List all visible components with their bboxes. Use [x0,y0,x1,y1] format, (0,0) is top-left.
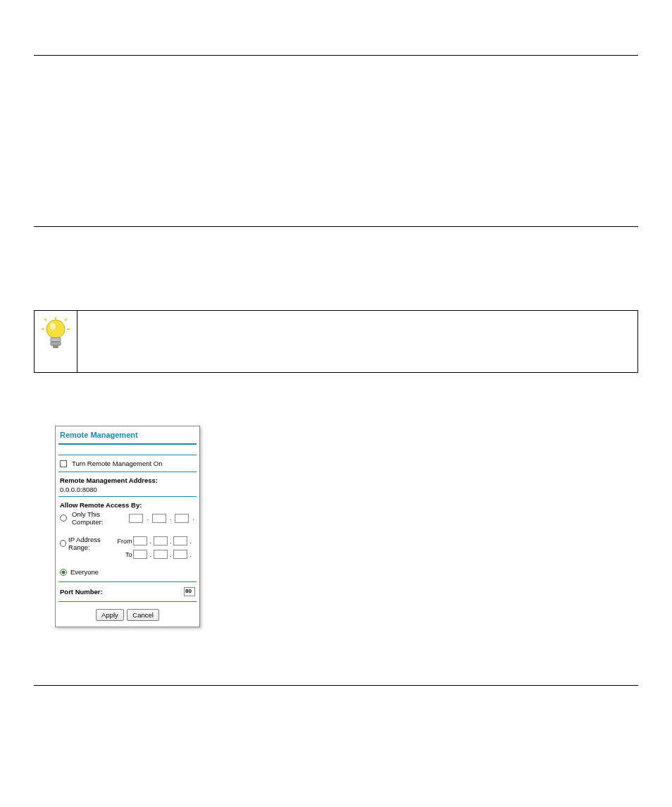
ip-range-label: IP Address Range: [68,536,117,551]
svg-point-1 [50,323,56,330]
upper-content-block [34,56,638,218]
turn-on-label: Turn Remote Management On [72,460,163,467]
port-number-input[interactable]: 80 [184,587,195,596]
button-row: Apply Cancel [56,603,199,627]
panel-title: Remote Management [56,426,199,442]
svg-line-6 [65,319,67,321]
svg-line-5 [44,319,46,321]
tip-body: Be sure to change the router's default c… [85,317,623,355]
only-this-computer-label: Only This Computer: [72,510,126,526]
apply-button[interactable]: Apply [96,609,124,621]
only-ip-octet-2[interactable] [152,514,166,523]
address-row: Remote Management Address: 0.0.0.0:8080 [56,474,199,493]
address-label: Remote Management Address: [60,476,195,484]
to-label: To [118,551,132,558]
to-ip-octet-1[interactable] [133,550,147,559]
from-ip-octet-1[interactable] [133,536,147,546]
allow-label: Allow Remote Access By: [56,498,199,510]
from-ip-octet-2[interactable] [154,536,168,546]
intro-paragraph: Using the Remote Management page, you ca… [34,266,638,293]
from-label: From [117,538,132,545]
page-footer: Fine-Tuning Your Network 5-17 v1.1, May … [34,685,638,707]
only-this-computer-radio[interactable] [60,515,67,522]
step-1-text: Select Remote Management under Advanced … [44,401,481,412]
steps-intro: To configure your router for remote mana… [34,380,638,393]
turn-on-checkbox[interactable] [60,460,67,467]
section-heading: Enabling Remote Management Access [34,244,638,259]
to-ip-octet-2[interactable] [154,550,168,559]
only-ip-octet-1[interactable] [129,514,143,523]
only-ip-octet-3[interactable] [175,514,189,523]
everyone-radio[interactable] [60,569,67,576]
panel-rule-4 [58,496,197,497]
step-1-number: 1. [34,401,42,412]
tip-text-cell: Tip: Be sure to change the router's defa… [77,310,638,372]
svg-rect-7 [51,338,61,342]
cancel-button[interactable]: Cancel [127,609,159,621]
address-value: 0.0.0.0:8080 [60,484,195,493]
footer-revision: v1.1, May 2008 [312,699,360,707]
figure-caption: Figure 5-7 [55,633,638,643]
port-number-row: Port Number: 80 [56,584,199,600]
everyone-label: Everyone [70,568,99,576]
panel-rule-2 [58,455,197,455]
lightbulb-icon [42,316,70,356]
panel-rule-6 [58,601,197,602]
ip-range-row: IP Address Range: From . . . To . . . [56,533,199,562]
ip-range-radio[interactable] [60,540,66,547]
header-left-text: NETGEAR 54 Mbps Wireless Router WGR614v9… [34,38,239,47]
svg-point-0 [46,320,65,338]
tip-label: Tip: [85,317,99,328]
svg-rect-8 [51,342,61,345]
tip-icon-cell [35,310,77,372]
panel-rule-5 [58,581,197,582]
step-1: 1. Select Remote Management under Advanc… [34,400,638,414]
remote-management-screenshot: Remote Management Turn Remote Management… [55,426,638,627]
remote-management-panel: Remote Management Turn Remote Management… [55,426,200,627]
from-ip-octet-3[interactable] [173,536,187,546]
footer-left: Fine-Tuning Your Network [34,689,115,696]
mid-rule [34,226,638,227]
panel-rule-3 [58,472,197,472]
port-number-label: Port Number: [60,588,103,596]
svg-rect-9 [53,345,58,348]
to-ip-octet-3[interactable] [173,550,187,559]
panel-rule-1 [58,443,197,445]
footer-right-page: 5-17 [624,689,638,696]
tip-box: Tip: Be sure to change the router's defa… [34,310,638,373]
page-header: NETGEAR 54 Mbps Wireless Router WGR614v9… [34,35,638,54]
turn-on-row: Turn Remote Management On [56,457,199,470]
only-this-computer-row: Only This Computer: . . . [56,510,199,529]
everyone-row: Everyone [56,567,199,580]
